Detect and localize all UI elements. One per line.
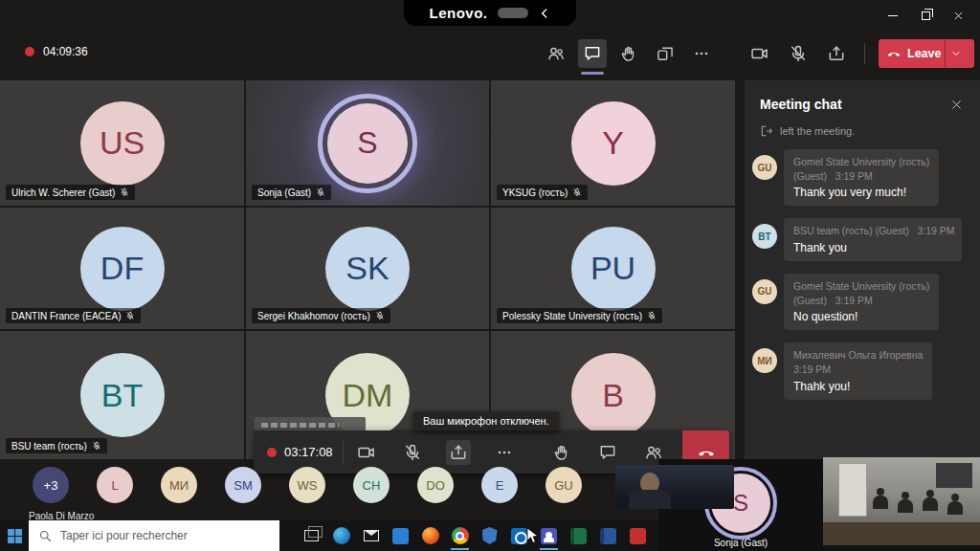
avatar: PU	[571, 227, 656, 311]
more-actions-button[interactable]	[687, 39, 716, 68]
chat-close-button[interactable]	[946, 94, 967, 115]
chat-message: GU Gomel State University (гость) (Guest…	[752, 149, 969, 206]
message-bubble: Gomel State University (гость) (Guest) 3…	[784, 274, 939, 330]
mic-muted-icon	[316, 187, 325, 197]
participant-name-label: Sergei Khakhomov (гость)	[252, 308, 390, 323]
participant-avatar[interactable]: WS	[289, 467, 325, 503]
close-icon	[950, 99, 963, 111]
person-silhouette	[898, 499, 913, 513]
participant-avatar[interactable]: E	[481, 467, 518, 503]
taskbar-apps	[297, 520, 653, 551]
window-controls	[877, 4, 974, 27]
taskbar-icon-chrome[interactable]	[445, 520, 475, 551]
message-text: Thahk you!	[793, 380, 923, 393]
close-button[interactable]	[942, 4, 974, 27]
toolbar-device-group: Leave	[746, 39, 974, 68]
mic-toggle-button[interactable]	[784, 39, 813, 68]
taskbar-icon-defender[interactable]	[475, 520, 504, 551]
taskbar-icon-excel[interactable]	[564, 520, 593, 551]
participant-name-label: Polessky State University (гость)	[497, 308, 662, 323]
participant-tile[interactable]: US Ulrich W. Scherer (Gast)	[0, 80, 244, 206]
avatar: BT	[752, 224, 777, 249]
ellipsis-icon	[495, 443, 514, 462]
avatar: BT	[80, 353, 165, 437]
search-input[interactable]	[60, 529, 270, 542]
taskbar-icon-word[interactable]	[593, 520, 623, 551]
mic-muted-icon	[789, 44, 808, 63]
laptop-camera-notch: Lenovo.	[404, 0, 576, 26]
participant-avatar[interactable]: GU	[546, 467, 582, 503]
minimize-button[interactable]	[877, 4, 909, 27]
webcam-thumbnail[interactable]	[615, 465, 734, 509]
mic-muted-icon	[572, 187, 582, 197]
taskbar-icon-lenovo-vantage[interactable]	[386, 520, 415, 551]
participant-avatar[interactable]: МИ	[161, 467, 197, 503]
message-author: Михалевич Ольга Игоревна	[793, 348, 923, 363]
participant-tile[interactable]: Y YKSUG (гость)	[491, 80, 735, 206]
mic-muted-icon	[403, 443, 422, 462]
show-participants-button[interactable]	[542, 39, 570, 68]
participant-tile-speaking[interactable]: S Sonja (Gast)	[246, 80, 489, 206]
window-title-bar: Lenovo.	[0, 0, 980, 29]
camera-toggle-button[interactable]	[746, 39, 774, 68]
participant-name-label: Sonja (Gast)	[252, 185, 331, 200]
show-chat-button[interactable]	[578, 39, 607, 68]
breakout-rooms-button[interactable]	[651, 39, 679, 68]
avatar: SK	[325, 227, 410, 311]
message-author: BSU team (гость) (Guest) 3:19 PM	[793, 224, 952, 238]
leave-options-button[interactable]	[946, 48, 967, 59]
overflow-count-avatar[interactable]: +3	[33, 467, 69, 503]
participant-tile[interactable]: PU Polessky State University (гость)	[491, 208, 735, 329]
participant-avatar[interactable]: SM	[225, 467, 261, 503]
teams-meeting-screen: Lenovo. 04:09:36 Leave US	[0, 0, 980, 551]
chat-message: МИ Михалевич Ольга Игоревна 3:19 PM Thah…	[752, 342, 969, 399]
taskbar-icon-store[interactable]	[623, 520, 653, 551]
taskbar-search[interactable]	[29, 520, 279, 551]
start-button[interactable]	[0, 520, 29, 551]
camera-icon	[357, 443, 376, 462]
mouse-cursor	[526, 527, 540, 544]
avatar: B	[571, 353, 656, 437]
recording-dot-icon	[25, 47, 34, 56]
taskbar-icon-task-view[interactable]	[297, 520, 326, 551]
restore-button[interactable]	[909, 4, 942, 27]
video-grid: US Ulrich W. Scherer (Gast) S Sonja (Gas…	[0, 80, 735, 459]
chat-header: Meeting chat	[745, 80, 980, 121]
chevron-down-icon	[950, 48, 962, 59]
taskbar-icon-mail[interactable]	[356, 520, 386, 551]
call-timer: 03:17:08	[284, 445, 333, 459]
leave-button[interactable]: Leave	[879, 39, 974, 68]
participant-tile[interactable]: BT BSU team (гость)	[0, 331, 244, 459]
meeting-chat-panel: Meeting chat left the meeting. GU Gomel …	[745, 80, 980, 459]
chat-title: Meeting chat	[760, 97, 842, 112]
popout-window-icon	[656, 44, 675, 63]
message-text: No question!	[793, 310, 929, 323]
avatar: МИ	[752, 348, 777, 373]
participant-name-label: DANTIN France (EACEA)	[6, 308, 141, 323]
participant-avatar[interactable]: L	[97, 467, 133, 503]
participant-tile[interactable]: DF DANTIN France (EACEA)	[0, 208, 244, 329]
meeting-room-video[interactable]	[823, 457, 980, 545]
chevron-left-icon	[538, 7, 551, 20]
avatar: S	[327, 103, 408, 184]
participant-name-label: Ulrich W. Scherer (Gast)	[6, 185, 135, 200]
phone-hangup-icon	[886, 46, 902, 61]
participant-avatar[interactable]: CH	[353, 467, 390, 503]
taskbar-icon-firefox[interactable]	[415, 520, 445, 551]
taskbar-icon-edge[interactable]	[326, 520, 356, 551]
avatar: DF	[80, 227, 165, 311]
participant-avatar-strip: +3 L МИ SM WS CH DO E GU	[33, 467, 582, 503]
speaking-ring: S	[318, 94, 417, 193]
chat-icon	[598, 443, 617, 462]
participant-tile[interactable]: SK Sergei Khakhomov (гость)	[246, 208, 489, 329]
share-screen-button[interactable]	[822, 39, 851, 68]
mic-muted-icon	[375, 311, 385, 320]
message-meta: (Guest) 3:19 PM	[793, 169, 929, 184]
mic-muted-tooltip: Ваш микрофон отключен.	[413, 411, 559, 430]
lenovo-logo: Lenovo.	[429, 5, 487, 21]
raise-hand-button[interactable]	[614, 39, 643, 68]
recording-indicator: 04:09:36	[25, 45, 88, 58]
message-bubble: Gomel State University (гость) (Guest) 3…	[784, 149, 939, 206]
person-silhouette	[923, 497, 938, 511]
participant-avatar[interactable]: DO	[417, 467, 454, 503]
